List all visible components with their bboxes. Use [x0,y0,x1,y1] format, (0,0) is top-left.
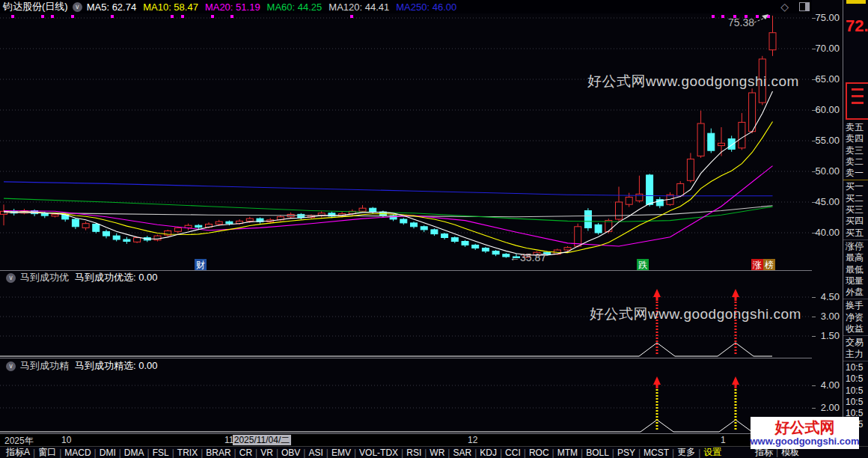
quote-row[interactable]: 最高 [843,252,868,263]
toolbar-item-更多[interactable]: 更多 [674,446,698,458]
toolbar-item-指标A[interactable]: 指标A [3,446,33,458]
svg-text:财: 财 [196,260,205,270]
clipped-value [846,0,866,4]
svg-text:涨: 涨 [752,260,762,270]
panel1-value: 马到成功优选: 0.00 [75,271,158,284]
toolbar-item-TRIX[interactable]: TRIX [174,448,201,458]
quote-row[interactable]: 涨停 [843,241,868,252]
quote-row[interactable]: 卖四 [843,133,868,144]
quote-row[interactable]: 主力 [843,349,868,360]
toolbar-item-DMA[interactable]: DMA [121,448,147,458]
separator [843,299,868,299]
panel1-title: 马到成功优 [20,271,69,284]
quote-row[interactable]: 外盘 [843,287,868,298]
stock-app-window: 钧达股份(日线) ∨ MA5: 62.74MA10: 58.47MA20: 51… [0,0,868,458]
price-axis: 75.0070.0065.0060.0055.0050.0045.0040.00… [812,0,842,446]
quote-row[interactable]: 买二 [843,193,868,204]
quote-row[interactable]: 10:5 [843,385,868,397]
stock-title: 钧达股份(日线) [3,0,68,13]
toolbar-item-FSL[interactable]: FSL [150,448,172,458]
ma-label: MA5: 62.74 [87,1,137,13]
axis-label: 4.00 [813,379,840,391]
chevron-down-icon[interactable]: ∨ [6,361,16,371]
quote-row[interactable]: 卖三 [843,145,868,156]
quote-row[interactable]: 净资 [843,312,868,323]
toolbar-item-MCST[interactable]: MCST [641,448,672,458]
diamond-icon[interactable]: ◇ [780,1,789,13]
axis-label: 60.00 [813,104,840,115]
toolbar-item-SAR[interactable]: SAR [450,448,474,458]
quote-row[interactable]: 10:5 [843,362,868,373]
toolbar-item-EMV[interactable]: EMV [328,448,354,458]
svg-text:75.38: 75.38 [728,16,754,28]
panel2-value: 马到成功精选: 0.00 [75,359,158,373]
toolbar-item-BRAR[interactable]: BRAR [203,448,233,458]
axis-label: 40.00 [813,227,840,238]
toolbar-item-OBV[interactable]: OBV [278,448,303,458]
panel2-title: 马到成功精 [20,359,69,373]
axis-label: 2.00 [813,402,840,413]
toolbar-item-WR[interactable]: WR [427,448,447,458]
quote-row[interactable]: 交易 [843,337,868,348]
axis-label: 1.50 [813,330,840,341]
quote-row[interactable]: 买四 [843,216,868,227]
header-bar: 钧达股份(日线) ∨ MA5: 62.74MA10: 58.47MA20: 51… [0,0,868,13]
indicator-toolbar: 指标A|窗口|MACD|DMI|DMA|FSL|TRIX|BRAR|CR|VR|… [0,446,868,458]
watermark-logo: 好公式网 www.goodgongshi.com [751,417,859,449]
order-button[interactable] [846,82,868,120]
separator [843,361,868,361]
toolbar-item-BOLL[interactable]: BOLL [583,448,612,458]
toolbar-item-PSY[interactable]: PSY [614,448,638,458]
axis-label: 65.00 [813,73,840,85]
watermark-text: 好公式网www.goodgongshi.com [587,72,799,91]
quote-row[interactable]: 卖二 [843,156,868,168]
quote-row[interactable]: 现量 [843,275,868,287]
chevron-down-icon[interactable]: ∨ [6,273,16,283]
quote-row[interactable]: 收益 [843,323,868,335]
separator [843,180,868,180]
quote-row[interactable]: 10:5 [843,373,868,385]
toolbar-item-CCI[interactable]: CCI [502,448,524,458]
svg-text:跌: 跌 [638,260,647,270]
axis-label: 50.00 [813,165,840,177]
toolbar-item-设置[interactable]: 设置 [700,446,724,458]
quote-row[interactable]: 买一 [843,181,868,192]
ma-label: MA120: 44.41 [328,1,389,13]
quote-row[interactable]: 卖五 [843,122,868,133]
toolbar-item-ASI[interactable]: ASI [305,448,326,458]
axis-label: 4.50 [813,291,840,302]
date-axis[interactable]: 2025年10111212025/11/04/二 [0,434,842,446]
quote-row[interactable]: 最低 [843,264,868,275]
svg-text:榜: 榜 [764,260,774,270]
quote-row[interactable]: 卖一 [843,168,868,179]
date-tick: 1 [721,435,726,445]
candlestick-chart[interactable]: ←35.8775.38财跌涨榜 [0,13,812,271]
toolbar-item-RSI[interactable]: RSI [403,448,424,458]
toolbar-item-窗口[interactable]: 窗口 [35,446,59,458]
watermark-site-name: 好公式网 [775,420,835,436]
quote-row[interactable]: 买五 [843,228,868,239]
axis-label: 55.00 [813,135,840,146]
ma-label: MA10: 58.47 [143,1,198,13]
quote-panel[interactable]: 72. 卖五卖四卖三卖二卖一买一买二买三买四买五涨停最高最低现量外盘换手净资收益… [843,0,868,446]
separator [843,239,868,240]
quote-row[interactable]: 10:5 [843,397,868,408]
toolbar-item-CR[interactable]: CR [236,448,255,458]
ma-label: MA20: 51.19 [205,1,260,13]
watermark-site-url: www.goodgongshi.com [750,436,859,447]
svg-text:←35.87: ←35.87 [510,251,546,263]
toolbar-item-VR[interactable]: VR [257,448,276,458]
chevron-down-icon[interactable]: ∨ [73,2,82,12]
quote-row[interactable]: 换手 [843,300,868,311]
toolbar-item-ROC[interactable]: ROC [526,448,552,458]
separator [843,335,868,336]
cursor-date-box: 2025/11/04/二 [233,435,291,445]
toolbar-item-VOL-TDX[interactable]: VOL-TDX [356,448,401,458]
toolbar-item-MTM[interactable]: MTM [554,448,581,458]
toolbar-item-MACD[interactable]: MACD [61,448,94,458]
quote-row[interactable]: 买三 [843,204,868,216]
toolbar-item-DMI[interactable]: DMI [97,448,119,458]
split-window-icon[interactable] [799,2,810,11]
ma-value-labels: MA5: 62.74MA10: 58.47MA20: 51.19MA60: 44… [87,1,464,13]
toolbar-item-KDJ[interactable]: KDJ [477,448,500,458]
